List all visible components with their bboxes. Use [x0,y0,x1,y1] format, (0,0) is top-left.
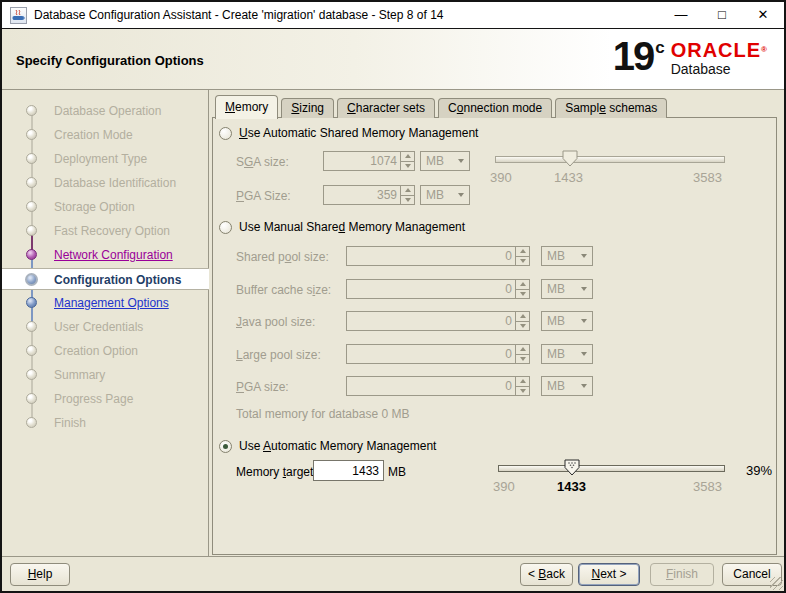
sidebar-item-database-identification: Database Identification [2,174,209,192]
sidebar-item-management-options[interactable]: Management Options [2,294,209,312]
sidebar-item-summary: Summary [2,366,209,384]
spin-up-icon [520,347,526,351]
close-icon[interactable]: ✕ [746,4,780,26]
sidebar-item-progress-page: Progress Page [2,390,209,408]
sidebar-item-fast-recovery-option: Fast Recovery Option [2,222,209,240]
msmm-radio-row: Use Manual Shared Memory Management [219,220,465,234]
step-indicator-dot [26,345,37,356]
step-indicator-dot [26,249,37,260]
page-title: Specify Configuration Options [16,53,204,68]
buffer-cache-size-label: Buffer cache size: [236,283,331,297]
spin-down-icon [405,164,411,168]
dropdown-arrow-icon [458,193,464,197]
step-indicator-dot [26,321,37,332]
oracle-19c-logo: 19 c ORACLE® Database [613,36,768,77]
step-indicator-dot [26,129,37,140]
spin-down-icon [520,357,526,361]
java-pool-size-label: Java pool size: [236,315,315,329]
dropdown-arrow-icon [581,287,587,291]
spin-down-icon [405,198,411,202]
amm-radio-label: Use Automatic Memory Management [239,439,436,453]
tab-character-sets[interactable]: Character sets [337,98,435,118]
registered-mark: ® [761,45,768,54]
manual-pga-size-field: 0 [346,376,530,396]
tab-memory[interactable]: Memory [215,95,278,119]
large-pool-unit-combo: MB [541,344,593,364]
large-pool-spinner [515,345,529,363]
logo-product: Database [671,61,768,77]
step-indicator-dot [26,417,37,428]
maximize-icon[interactable]: □ [705,4,739,26]
shared-pool-size-field: 0 [346,246,530,266]
sidebar-item-finish: Finish [2,414,209,432]
help-button[interactable]: Help [10,563,70,586]
sidebar-item-deployment-type: Deployment Type [2,150,209,168]
shared-pool-spinner [515,247,529,265]
step-indicator-dot [26,369,37,380]
tab-sample-schemas[interactable]: Sample schemas [555,98,667,118]
next-button[interactable]: Next > [578,563,640,586]
manual-pga-size-label: PGA size: [236,380,289,394]
sidebar-item-creation-option: Creation Option [2,342,209,360]
back-button[interactable]: < Back [520,563,573,586]
spin-up-icon [405,154,411,158]
spin-up-icon [520,249,526,253]
finish-button: Finish [650,563,714,586]
sga-slider-min-label: 390 [490,170,512,185]
java-icon [10,7,27,24]
main-area: Database Operation Creation Mode Deploym… [2,90,784,556]
sidebar-item-database-operation: Database Operation [2,102,209,120]
logo-version-letter: c [655,38,664,58]
spin-down-icon [520,259,526,263]
sga-size-field: 1074 [323,151,415,171]
memory-tab-panel: Use Automatic Shared Memory Management S… [212,117,777,555]
sga-slider-track [495,156,725,163]
asmm-radio[interactable] [219,127,232,140]
button-bar: Help < Back Next > Finish Cancel [2,556,784,591]
dropdown-arrow-icon [458,159,464,163]
sga-unit-combo: MB [420,151,470,171]
sidebar-item-storage-option: Storage Option [2,198,209,216]
asmm-radio-row: Use Automatic Shared Memory Management [219,126,478,140]
resize-grip[interactable] [770,577,783,590]
amm-slider-min-label: 390 [493,479,515,494]
step-indicator-dot [26,105,37,116]
sidebar-item-configuration-options[interactable]: Configuration Options [2,268,209,290]
step-indicator-dot [26,225,37,236]
sidebar-item-creation-mode: Creation Mode [2,126,209,144]
shared-pool-size-label: Shared pool size: [236,250,329,264]
asmm-radio-label: Use Automatic Shared Memory Management [239,126,478,140]
pga-size-spinner [400,186,414,204]
step-rail-segment-active [31,255,33,327]
sga-slider-max-label: 3583 [693,170,722,185]
logo-version-number: 19 [613,36,654,76]
step-indicator-dot [26,153,37,164]
tab-connection-mode[interactable]: Connection mode [438,98,552,118]
java-pool-spinner [515,312,529,330]
msmm-radio[interactable] [219,221,232,234]
dropdown-arrow-icon [581,384,587,388]
memory-target-label: Memory target: [236,465,317,479]
window-title: Database Configuration Assistant - Creat… [34,8,657,22]
tab-sizing[interactable]: Sizing [281,98,334,118]
memory-target-slider-thumb[interactable] [564,459,580,476]
pga-size-label: PGA Size: [236,189,291,203]
spin-up-icon [520,314,526,318]
memory-target-input[interactable] [313,460,384,481]
memory-target-slider-track[interactable] [498,465,725,472]
page-header: Specify Configuration Options 19 c ORACL… [2,29,784,90]
manual-pga-unit-combo: MB [541,376,593,396]
minimize-icon[interactable]: — [664,4,698,26]
pga-size-field: 359 [323,185,415,205]
tab-bar: Memory Sizing Character sets Connection … [215,95,667,118]
step-indicator-dot [26,177,37,188]
step-indicator-dot [26,297,37,308]
sga-slider-value-label: 1433 [554,170,583,185]
amm-radio[interactable] [219,440,232,453]
step-indicator-dot [26,393,37,404]
step-indicator-dot [25,273,38,286]
msmm-radio-label: Use Manual Shared Memory Management [239,220,465,234]
memory-percent-value: 39% [746,463,772,478]
sidebar-item-network-configuration[interactable]: Network Configuration [2,246,209,264]
sga-size-label: SGA size: [236,155,289,169]
